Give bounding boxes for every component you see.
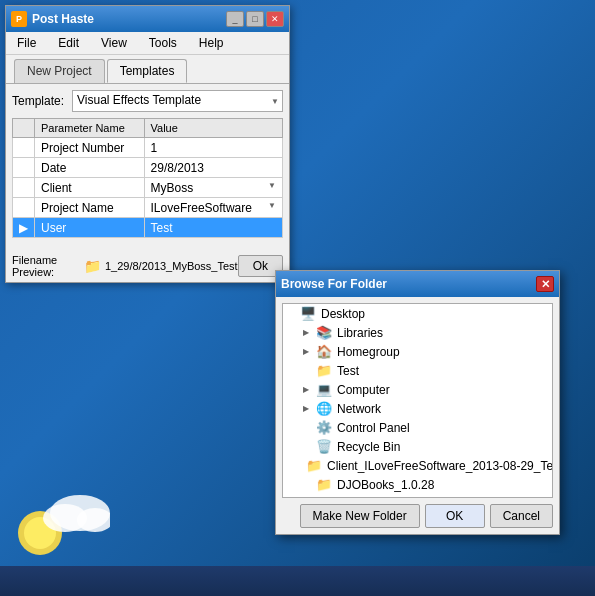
title-bar-left: P Post Haste bbox=[11, 11, 94, 27]
param-value-cell[interactable]: 1 bbox=[144, 138, 282, 158]
params-table: Parameter Name Value Project Number1Date… bbox=[12, 118, 283, 238]
tree-folder-icon: 📚 bbox=[316, 325, 332, 340]
tree-folder-icon: 🌐 bbox=[316, 401, 332, 416]
tree-item[interactable]: ▶🏠Homegroup bbox=[283, 342, 552, 361]
param-name-cell: User bbox=[35, 218, 145, 238]
tree-item-label: Network bbox=[337, 402, 381, 416]
template-select[interactable]: Visual Effects Template bbox=[72, 90, 283, 112]
tree-item[interactable]: 📁Client_ILoveFreeSoftware_2013-08-29_Tes… bbox=[283, 456, 552, 475]
tree-item[interactable]: ▶💻Computer bbox=[283, 380, 552, 399]
row-arrow-cell bbox=[13, 198, 35, 218]
tree-item[interactable]: 📁DJOBooks_1.0.28 bbox=[283, 475, 552, 494]
tree-expand-arrow-icon: ▶ bbox=[303, 385, 313, 394]
tree-folder-icon: 📁 bbox=[316, 477, 332, 492]
tree-item-label: Computer bbox=[337, 383, 390, 397]
desktop-graphic bbox=[10, 478, 110, 561]
make-new-folder-button[interactable]: Make New Folder bbox=[300, 504, 420, 528]
browse-title-bar: Browse For Folder ✕ bbox=[276, 271, 559, 297]
param-value-cell[interactable]: Test bbox=[144, 218, 282, 238]
tree-item-label: Test bbox=[337, 364, 359, 378]
maximize-button[interactable]: □ bbox=[246, 11, 264, 27]
col-arrow-header bbox=[13, 119, 35, 138]
filename-preview-value: 1_29/8/2013_MyBoss_Test bbox=[105, 260, 238, 272]
tab-bar: New Project Templates bbox=[6, 55, 289, 83]
table-row[interactable]: ▶UserTest bbox=[13, 218, 283, 238]
tree-item-label: DJOBooks_1.0.28 bbox=[337, 478, 434, 492]
menu-help[interactable]: Help bbox=[193, 34, 230, 52]
tree-item-label: Libraries bbox=[337, 326, 383, 340]
filename-preview: Filename Preview: 📁 1_29/8/2013_MyBoss_T… bbox=[12, 254, 238, 278]
menu-bar: File Edit View Tools Help bbox=[6, 32, 289, 55]
tree-folder-icon: ⚙️ bbox=[316, 420, 332, 435]
browse-buttons: Make New Folder OK Cancel bbox=[282, 504, 553, 528]
app-icon: P bbox=[11, 11, 27, 27]
col-param-name-header: Parameter Name bbox=[35, 119, 145, 138]
folder-tree[interactable]: 🖥️Desktop▶📚Libraries▶🏠Homegroup📁Test▶💻Co… bbox=[282, 303, 553, 498]
window-title: Post Haste bbox=[32, 12, 94, 26]
table-row[interactable]: ClientMyBoss▼ bbox=[13, 178, 283, 198]
row-arrow-cell bbox=[13, 178, 35, 198]
cell-dropdown-icon: ▼ bbox=[268, 181, 276, 190]
row-arrow-cell bbox=[13, 138, 35, 158]
title-bar-controls: _ □ ✕ bbox=[226, 11, 284, 27]
template-label: Template: bbox=[12, 94, 67, 108]
tree-folder-icon: 🗑️ bbox=[316, 439, 332, 454]
cell-dropdown-icon: ▼ bbox=[268, 201, 276, 210]
tree-item[interactable]: 🗑️Recycle Bin bbox=[283, 437, 552, 456]
tree-item-label: Homegroup bbox=[337, 345, 400, 359]
col-value-header: Value bbox=[144, 119, 282, 138]
tree-expand-arrow-icon: ▶ bbox=[303, 347, 313, 356]
tree-item[interactable]: 📁Test bbox=[283, 361, 552, 380]
menu-tools[interactable]: Tools bbox=[143, 34, 183, 52]
param-name-cell: Date bbox=[35, 158, 145, 178]
tab-new-project[interactable]: New Project bbox=[14, 59, 105, 83]
close-button[interactable]: ✕ bbox=[266, 11, 284, 27]
tree-item[interactable]: ⚙️Control Panel bbox=[283, 418, 552, 437]
row-arrow-cell: ▶ bbox=[13, 218, 35, 238]
browse-content: 🖥️Desktop▶📚Libraries▶🏠Homegroup📁Test▶💻Co… bbox=[276, 297, 559, 534]
table-row[interactable]: Date29/8/2013 bbox=[13, 158, 283, 178]
param-value-cell[interactable]: MyBoss▼ bbox=[144, 178, 282, 198]
tab-templates[interactable]: Templates bbox=[107, 59, 188, 83]
param-name-cell: Client bbox=[35, 178, 145, 198]
tree-folder-icon: 💻 bbox=[316, 382, 332, 397]
param-value-cell[interactable]: ILoveFreeSoftware▼ bbox=[144, 198, 282, 218]
tree-item-label: Control Panel bbox=[337, 421, 410, 435]
template-select-wrapper: Visual Effects Template ▼ bbox=[72, 90, 283, 112]
folder-small-icon: 📁 bbox=[84, 258, 101, 274]
tree-folder-icon: 📁 bbox=[316, 363, 332, 378]
footer-area: Filename Preview: 📁 1_29/8/2013_MyBoss_T… bbox=[6, 250, 289, 282]
browse-close-button[interactable]: ✕ bbox=[536, 276, 554, 292]
tree-item[interactable]: ▶📚Libraries bbox=[283, 323, 552, 342]
content-area: Template: Visual Effects Template ▼ Para… bbox=[6, 83, 289, 250]
tree-folder-icon: 🏠 bbox=[316, 344, 332, 359]
param-name-cell: Project Name bbox=[35, 198, 145, 218]
taskbar bbox=[0, 566, 595, 596]
tree-expand-arrow-icon: ▶ bbox=[303, 404, 313, 413]
minimize-button[interactable]: _ bbox=[226, 11, 244, 27]
browse-ok-button[interactable]: OK bbox=[425, 504, 485, 528]
table-row[interactable]: Project NameILoveFreeSoftware▼ bbox=[13, 198, 283, 218]
template-row: Template: Visual Effects Template ▼ bbox=[12, 90, 283, 112]
tree-item-label: Desktop bbox=[321, 307, 365, 321]
param-name-cell: Project Number bbox=[35, 138, 145, 158]
title-bar: P Post Haste _ □ ✕ bbox=[6, 6, 289, 32]
tree-folder-icon: 📁 bbox=[306, 458, 322, 473]
tree-folder-icon: 🖥️ bbox=[300, 306, 316, 321]
row-arrow-cell bbox=[13, 158, 35, 178]
browse-dialog: Browse For Folder ✕ 🖥️Desktop▶📚Libraries… bbox=[275, 270, 560, 535]
menu-view[interactable]: View bbox=[95, 34, 133, 52]
tree-item[interactable]: 🖥️Desktop bbox=[283, 304, 552, 323]
tree-item-label: Client_ILoveFreeSoftware_2013-08-29_Test bbox=[327, 459, 553, 473]
param-value-cell[interactable]: 29/8/2013 bbox=[144, 158, 282, 178]
browse-dialog-title: Browse For Folder bbox=[281, 277, 387, 291]
menu-file[interactable]: File bbox=[11, 34, 42, 52]
menu-edit[interactable]: Edit bbox=[52, 34, 85, 52]
filename-preview-label: Filename Preview: bbox=[12, 254, 80, 278]
table-row[interactable]: Project Number1 bbox=[13, 138, 283, 158]
tree-expand-arrow-icon: ▶ bbox=[303, 328, 313, 337]
main-window: P Post Haste _ □ ✕ File Edit View Tools … bbox=[5, 5, 290, 283]
browse-cancel-button[interactable]: Cancel bbox=[490, 504, 553, 528]
tree-item[interactable]: ▶🌐Network bbox=[283, 399, 552, 418]
tree-item-label: Recycle Bin bbox=[337, 440, 400, 454]
